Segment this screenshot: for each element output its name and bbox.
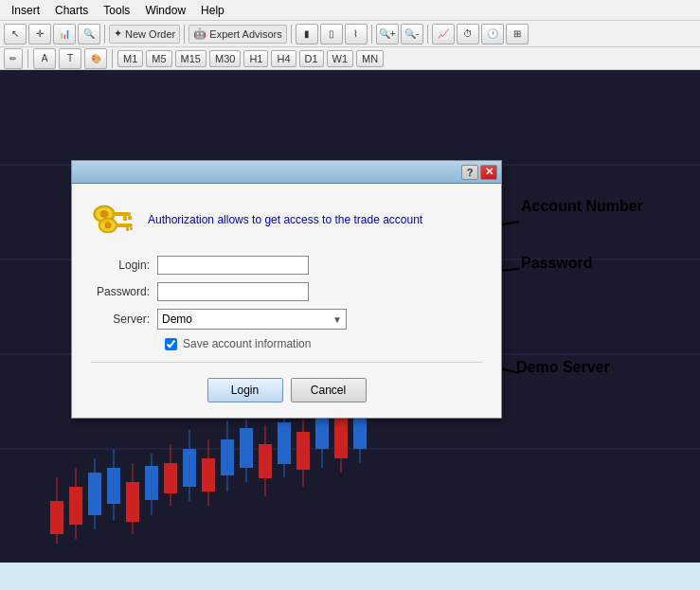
tf-h1[interactable]: H1 [243,50,268,67]
svg-rect-10 [88,473,101,515]
login-field-row: Login: [91,256,482,275]
login-button[interactable]: Login [207,378,283,402]
new-order-btn[interactable]: ✦ New Order [109,25,180,44]
sep2 [184,25,185,44]
sep6 [27,49,28,68]
line-btn[interactable]: ⌇ [345,24,368,45]
sep5 [427,25,428,44]
sep3 [291,25,292,44]
menu-help[interactable]: Help [193,2,232,19]
sep1 [104,25,105,44]
svg-point-57 [105,223,112,229]
new-order-icon: ✦ [114,27,122,40]
dialog-message: Authorization allows to get access to th… [148,212,422,228]
ea-icon: 🤖 [193,27,206,40]
save-account-checkbox[interactable] [165,338,177,350]
color-btn[interactable]: 🎨 [84,48,107,69]
period-btn[interactable]: ⏱ [457,24,479,45]
dialog-content: Authorization allows to get access to th… [72,184,501,418]
svg-rect-20 [183,449,196,487]
menu-bar: Insert Charts Tools Window Help [0,0,700,21]
keys-icon [91,199,136,241]
account-number-annotation: Account Number [521,198,643,215]
svg-rect-14 [126,482,139,522]
grid-btn[interactable]: ⊞ [506,24,529,45]
server-value: Demo [162,313,192,326]
tf-m5[interactable]: M5 [146,50,171,67]
sep7 [112,49,113,68]
svg-rect-6 [50,501,63,534]
password-annotation: Password [521,255,593,272]
dialog-buttons: Login Cancel [91,370,482,406]
tf-mn[interactable]: MN [356,50,384,67]
login-dialog: ? ✕ [71,160,502,419]
expert-advisors-btn[interactable]: 🤖 Expert Advisors [188,25,286,44]
svg-rect-50 [128,216,132,220]
server-select[interactable]: Demo ▼ [157,309,347,330]
svg-rect-36 [334,419,348,458]
menu-tools[interactable]: Tools [96,2,137,19]
timeframe-toolbar: ✏ A T 🎨 M1 M5 M15 M30 H1 H4 D1 W1 MN [0,47,700,70]
drawing-tool-btn[interactable]: ✏ [4,48,23,69]
chart-area: Account Number Password Demo Server ? ✕ [0,70,700,563]
svg-rect-26 [240,428,253,468]
font-btn[interactable]: A [33,48,56,69]
crosshair-btn[interactable]: ✛ [28,24,51,45]
menu-window[interactable]: Window [137,2,193,19]
demo-server-annotation: Demo Server [516,359,610,376]
login-label: Login: [91,259,157,272]
svg-point-51 [100,210,108,218]
tf-m15[interactable]: M15 [175,50,206,67]
svg-rect-54 [116,223,133,227]
svg-rect-12 [107,468,120,504]
svg-rect-49 [123,216,127,221]
svg-rect-56 [130,227,133,230]
indicators-btn[interactable]: 📈 [432,24,455,45]
zoom-in-btn[interactable]: 🔍+ [376,24,399,45]
server-dropdown-arrow: ▼ [332,314,342,325]
svg-rect-24 [221,439,234,475]
dialog-close-btn[interactable]: ✕ [480,165,497,180]
login-input[interactable] [157,256,309,275]
svg-rect-8 [69,487,82,525]
chart-type-btn[interactable]: 📊 [53,24,76,45]
svg-rect-16 [145,466,158,500]
text-btn[interactable]: T [59,48,81,69]
password-label: Password: [91,285,157,298]
dialog-titlebar: ? ✕ [72,161,501,184]
bar-chart-btn[interactable]: ▮ [296,24,318,45]
dialog-help-btn[interactable]: ? [461,165,478,180]
main-toolbar: ↖ ✛ 📊 🔍 ✦ New Order 🤖 Expert Advisors ▮ … [0,21,700,47]
password-field-row: Password: [91,282,482,301]
candle-btn[interactable]: ▯ [320,24,343,45]
svg-rect-48 [112,212,131,216]
svg-rect-18 [164,463,177,493]
svg-rect-55 [126,227,129,231]
password-input[interactable] [157,282,309,301]
zoom-btn[interactable]: 🔍 [78,24,100,45]
svg-rect-22 [202,458,215,492]
dialog-separator [91,362,482,363]
tf-w1[interactable]: W1 [327,50,354,67]
tf-m30[interactable]: M30 [209,50,241,67]
zoom-out-btn[interactable]: 🔍- [401,24,423,45]
dialog-header: Authorization allows to get access to th… [91,199,482,241]
arrow-tool-btn[interactable]: ↖ [4,24,27,45]
menu-insert[interactable]: Insert [4,2,47,19]
svg-rect-32 [296,432,310,470]
svg-rect-28 [259,444,272,478]
cancel-button[interactable]: Cancel [291,378,367,402]
server-label: Server: [91,313,157,326]
tf-d1[interactable]: D1 [299,50,324,67]
sep4 [371,25,372,44]
tf-h4[interactable]: H4 [271,50,296,67]
clock-btn[interactable]: 🕐 [481,24,504,45]
tf-m1[interactable]: M1 [117,50,143,67]
save-account-row: Save account information [165,337,482,350]
svg-rect-30 [278,422,291,464]
menu-charts[interactable]: Charts [47,2,96,19]
server-field-row: Server: Demo ▼ [91,309,482,330]
save-account-label: Save account information [183,337,311,350]
